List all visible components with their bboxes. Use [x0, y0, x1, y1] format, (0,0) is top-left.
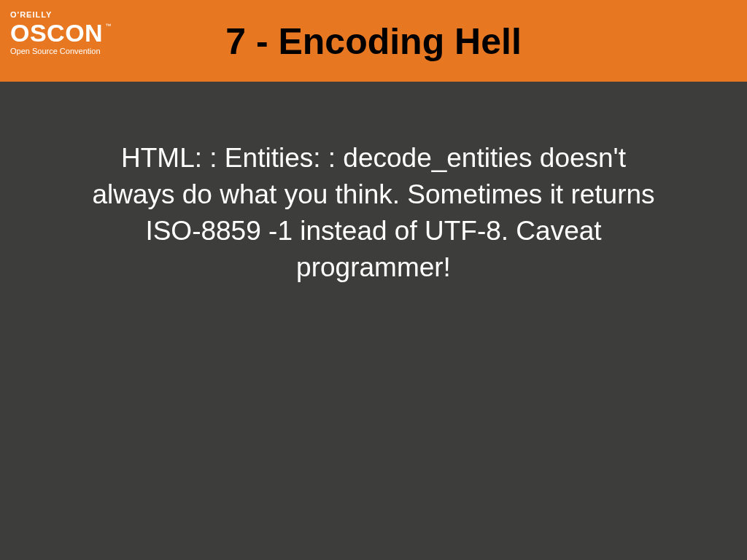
slide-title: 7 - Encoding Hell	[0, 20, 747, 63]
body-paragraph: HTML: : Entities: : decode_entities does…	[80, 140, 667, 286]
slide-body: HTML: : Entities: : decode_entities does…	[0, 82, 747, 286]
slide-header: O'REILLY OSCON ™ Open Source Convention …	[0, 0, 747, 82]
publisher-label: O'REILLY	[10, 10, 112, 19]
